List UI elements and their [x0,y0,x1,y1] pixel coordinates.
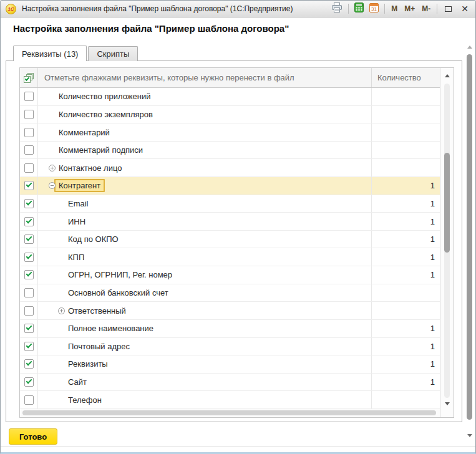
row-checkbox-cell[interactable] [20,123,38,141]
table-row[interactable]: Комментарий [20,123,440,142]
table-vertical-scrollbar[interactable] [440,68,454,417]
window-scroll-down-icon[interactable] [467,434,472,437]
table-row[interactable]: ИНН1 [20,213,440,231]
memory-m-button[interactable]: M [391,4,398,13]
checkbox-checked-icon[interactable] [24,377,34,387]
checkbox-unchecked-icon[interactable] [24,163,34,173]
horizontal-scrollbar-thumb[interactable] [22,410,436,415]
row-checkbox-cell[interactable] [20,195,38,213]
row-checkbox-cell[interactable] [20,231,38,248]
window-scrollbar-thumb[interactable] [467,54,472,420]
check-all-icon[interactable] [24,73,34,83]
maximize-button[interactable] [443,4,454,14]
row-main-cell[interactable]: ОГРН, ОГРНИП, Рег. номер [38,266,371,284]
table-row[interactable]: Реквизиты1 [20,355,440,374]
row-checkbox-cell[interactable] [20,248,38,266]
table-row[interactable]: Почтовый адрес1 [20,338,440,356]
row-checkbox-cell[interactable] [20,302,38,319]
row-checkbox-cell[interactable] [20,88,38,105]
checkbox-checked-icon[interactable] [24,359,34,369]
table-row[interactable]: Комментарий подписи [20,142,440,160]
table-row[interactable]: ОГРН, ОГРНИП, Рег. номер1 [20,266,440,284]
print-icon[interactable] [331,2,342,15]
checkbox-checked-icon[interactable] [24,217,34,226]
table-row[interactable]: Email1 [20,195,440,213]
tab-skripty[interactable]: Скрипты [88,46,138,61]
memory-m-plus-button[interactable]: M+ [404,4,415,13]
checkbox-checked-icon[interactable] [24,199,34,208]
checkbox-unchecked-icon[interactable] [24,128,34,137]
row-main-cell[interactable]: Сайт [38,374,371,391]
expand-icon[interactable] [58,307,65,314]
done-button[interactable]: Готово [9,428,57,445]
row-checkbox-cell[interactable] [20,159,38,176]
row-main-cell[interactable]: Телефон [38,391,371,408]
tab-strip: Реквизиты (13) Скрипты [13,46,139,61]
checkbox-checked-icon[interactable] [24,324,34,333]
close-button[interactable]: ✕ [459,4,470,14]
row-main-cell[interactable]: Контактное лицо [38,159,371,176]
expand-icon[interactable] [49,165,56,171]
row-checkbox-cell[interactable] [20,355,38,373]
row-main-cell[interactable]: КПП [38,248,371,266]
scroll-up-icon[interactable] [445,74,450,77]
row-checkbox-cell[interactable] [20,320,38,337]
calculator-icon[interactable] [354,2,364,15]
row-main-cell[interactable]: Код по ОКПО [38,231,371,248]
row-main-cell[interactable]: Почтовый адрес [38,338,371,355]
row-checkbox-cell[interactable] [20,374,38,391]
row-main-cell[interactable]: Количество приложений [38,88,371,105]
tab-rekvizity[interactable]: Реквизиты (13) [13,46,87,61]
checkbox-checked-icon[interactable] [24,181,34,190]
row-checkbox-cell[interactable] [20,284,38,302]
row-checkbox-cell[interactable] [20,391,38,408]
header-count-label[interactable]: Количество [371,68,440,87]
row-main-cell[interactable]: Основной банковский счет [38,284,371,302]
table-row[interactable]: Контрагент1 [20,177,440,195]
row-main-cell[interactable]: Контрагент [38,177,371,195]
scroll-down-icon[interactable] [445,402,450,405]
table-row[interactable]: Сайт1 [20,374,440,392]
table-row[interactable]: Основной банковский счет [20,284,440,302]
table-row[interactable]: Код по ОКПО1 [20,231,440,249]
row-main-cell[interactable]: Комментарий подписи [38,142,371,159]
table-row[interactable]: Полное наименование1 [20,320,440,338]
checkbox-checked-icon[interactable] [24,342,34,351]
checkbox-unchecked-icon[interactable] [24,395,34,405]
horizontal-scrollbar[interactable] [20,409,440,417]
memory-m-minus-button[interactable]: M- [421,4,431,13]
row-checkbox-cell[interactable] [20,266,38,284]
table-row[interactable]: КПП1 [20,248,440,266]
checkbox-unchecked-icon[interactable] [24,92,34,101]
row-main-cell[interactable]: Email [38,195,371,213]
row-main-cell[interactable]: Комментарий [38,123,371,141]
row-main-cell[interactable]: Ответственный [38,302,371,319]
row-checkbox-cell[interactable] [20,338,38,355]
calendar-icon[interactable]: 31 [369,2,379,15]
row-checkbox-cell[interactable] [20,142,38,159]
checkbox-unchecked-icon[interactable] [24,110,34,119]
row-checkbox-cell[interactable] [20,177,38,195]
checkbox-unchecked-icon[interactable] [24,306,34,316]
window-scrollbar[interactable] [465,43,474,446]
window-scroll-up-icon[interactable] [467,46,472,49]
row-main-cell[interactable]: ИНН [38,213,371,230]
checkbox-unchecked-icon[interactable] [24,288,34,297]
checkbox-checked-icon[interactable] [24,234,34,244]
row-checkbox-cell[interactable] [20,213,38,230]
header-main-label[interactable]: Отметьте флажками реквизиты, которые нуж… [38,68,371,87]
table-row[interactable]: Количество экземпляров [20,106,440,124]
row-main-cell[interactable]: Реквизиты [38,355,371,373]
row-main-cell[interactable]: Количество экземпляров [38,106,371,123]
select-all-cell[interactable] [20,68,38,87]
table-row[interactable]: Количество приложений [20,88,440,106]
row-main-cell[interactable]: Полное наименование [38,320,371,337]
table-row[interactable]: Телефон [20,391,440,409]
checkbox-checked-icon[interactable] [24,253,34,262]
checkbox-unchecked-icon[interactable] [24,145,34,155]
table-row[interactable]: Ответственный [20,302,440,320]
table-row[interactable]: Контактное лицо [20,159,440,177]
checkbox-checked-icon[interactable] [24,270,34,279]
vertical-scrollbar-thumb[interactable] [444,153,450,253]
row-checkbox-cell[interactable] [20,106,38,123]
